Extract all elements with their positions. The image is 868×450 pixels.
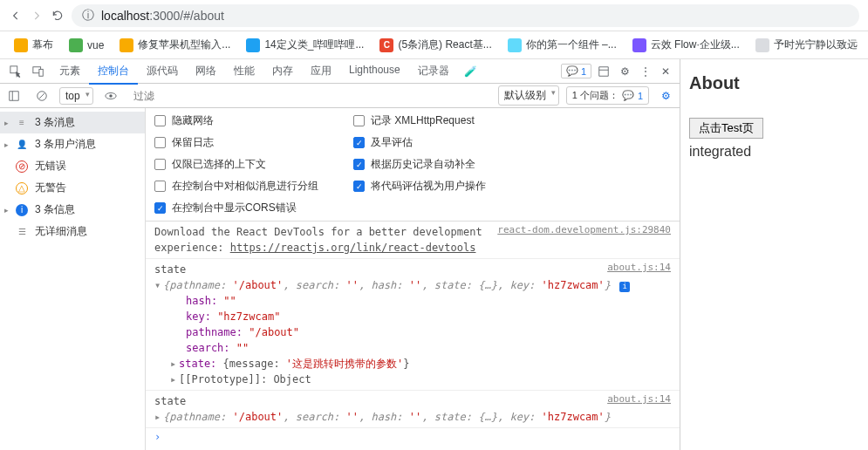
checkbox[interactable]: ✓ (353, 137, 365, 148)
setting-row[interactable]: ✓在控制台中显示CORS错误 (154, 201, 318, 215)
devtools-tab[interactable]: 记录器 (409, 59, 458, 84)
checkbox[interactable] (154, 181, 166, 192)
reload-icon[interactable] (51, 9, 65, 23)
sidebar-filter-item[interactable]: i3 条信息 (0, 199, 145, 221)
setting-row[interactable]: ✓根据历史记录自动补全 (353, 157, 486, 172)
url-bar[interactable]: ⓘ localhost:3000/#/about (72, 4, 859, 27)
bookmarks-bar: 幕布vue修复苹果机型输入...14定义类_哔哩哔哩...C(5条消息) Rea… (0, 31, 868, 59)
bookmark-icon (69, 38, 83, 52)
setting-row[interactable]: 在控制台中对相似消息进行分组 (154, 179, 318, 194)
test-button[interactable]: 点击Test页 (689, 118, 763, 139)
bookmark-item[interactable]: 幕布 (9, 35, 58, 55)
setting-label: 仅限已选择的上下文 (172, 157, 266, 172)
devtools-tabs: 元素控制台源代码网络性能内存应用Lighthouse记录器 🧪 💬 1 ⚙ ⋮ … (0, 59, 680, 84)
sidebar-filter-item[interactable]: ≡3 条消息 (0, 112, 145, 133)
more-icon[interactable]: ⋮ (636, 62, 655, 81)
sidebar-filter-item[interactable]: 👤3 条用户消息 (0, 133, 145, 155)
bookmark-label: 幕布 (32, 38, 53, 52)
checkbox[interactable] (154, 115, 166, 126)
bookmark-item[interactable]: C(5条消息) React基... (374, 35, 496, 55)
log-message[interactable]: react-dom.development.js:29840 Download … (146, 222, 680, 259)
console-controls: top 默认级别 1 个问题： 💬1 ⚙ (0, 84, 680, 108)
checkbox[interactable] (154, 159, 166, 170)
sidebar-filter-item[interactable]: △无警告 (0, 177, 145, 199)
sidebar-item-label: 无错误 (35, 159, 66, 174)
issues-badge[interactable]: 1 个问题： 💬1 (566, 86, 649, 105)
setting-label: 保留日志 (172, 135, 214, 150)
log-message[interactable]: about.js:14 state ▸{pathname: '/about', … (146, 391, 680, 428)
bookmark-icon (14, 38, 28, 52)
devtools-tab[interactable]: 元素 (51, 59, 89, 84)
devtools-tab[interactable]: 控制台 (89, 59, 138, 85)
bookmark-label: 14定义类_哔哩哔哩... (264, 38, 364, 52)
bookmark-icon (755, 38, 769, 52)
bookmark-item[interactable]: vue (64, 36, 109, 55)
bookmark-icon (120, 38, 133, 52)
info-icon[interactable]: i (619, 282, 630, 292)
checkbox[interactable]: ✓ (353, 181, 365, 192)
sidebar-item-label: 3 条信息 (35, 202, 75, 217)
checkbox[interactable] (154, 137, 166, 148)
bookmark-icon: C (379, 38, 393, 52)
log-source-link[interactable]: about.js:14 (607, 393, 671, 405)
bookmark-item[interactable]: 你的第一个组件 –... (502, 35, 622, 55)
setting-row[interactable]: ✓及早评估 (353, 135, 486, 150)
log-source-link[interactable]: react-dom.development.js:29840 (497, 224, 671, 235)
setting-row[interactable]: 仅限已选择的上下文 (154, 157, 318, 172)
sidebar-filter-item[interactable]: ☰无详细消息 (0, 221, 145, 242)
bookmark-label: 修复苹果机型输入... (138, 38, 230, 52)
devtools-tab[interactable]: 源代码 (138, 59, 187, 84)
messages-badge[interactable]: 💬 1 (561, 64, 591, 78)
level-select[interactable]: 默认级别 (498, 85, 559, 106)
clear-console-icon[interactable] (31, 86, 52, 106)
checkbox[interactable]: ✓ (154, 202, 166, 214)
setting-row[interactable]: 记录 XMLHttpRequest (353, 113, 486, 128)
preview-icon[interactable]: 🧪 (460, 62, 482, 81)
devtools-tab[interactable]: 内存 (263, 59, 302, 84)
devtools-link[interactable]: https://reactjs.org/link/react-devtools (230, 242, 476, 254)
bookmark-label: vue (87, 39, 104, 51)
log-message[interactable]: about.js:14 state ▾{pathname: '/about', … (146, 259, 680, 391)
devtools-tab[interactable]: Lighthouse (340, 59, 409, 84)
devtools-tab[interactable]: 网络 (187, 59, 225, 84)
bookmark-label: 予时光宁静以致远 (774, 38, 858, 52)
filter-input[interactable] (128, 86, 491, 106)
log-source-link[interactable]: about.js:14 (607, 262, 671, 273)
setting-row[interactable]: 保留日志 (154, 135, 318, 150)
devtools-tab[interactable]: 性能 (225, 59, 263, 84)
console-sidebar: ≡3 条消息👤3 条用户消息⊘无错误△无警告i3 条信息☰无详细消息 (0, 108, 146, 450)
bookmark-item[interactable]: 云效 Flow·企业级... (627, 35, 745, 55)
close-icon[interactable]: ✕ (657, 62, 674, 81)
url-host: localhost (101, 9, 149, 23)
svg-point-5 (109, 94, 113, 98)
inspect-icon[interactable] (5, 62, 26, 81)
back-icon[interactable] (9, 9, 23, 23)
console-prompt[interactable]: › (146, 428, 680, 446)
bookmark-item[interactable]: 予时光宁静以致远 (750, 35, 863, 55)
checkbox[interactable] (353, 115, 365, 126)
bookmark-item[interactable]: 修复苹果机型输入... (114, 35, 236, 55)
bookmark-item[interactable]: 14定义类_哔哩哔哩... (241, 35, 369, 55)
forward-icon (30, 9, 44, 23)
svg-rect-2 (39, 69, 43, 76)
user-icon: 👤 (16, 139, 28, 151)
device-icon[interactable] (28, 62, 49, 81)
context-select[interactable]: top (59, 87, 93, 105)
bookmark-label: 云效 Flow·企业级... (651, 38, 740, 52)
sidebar-filter-item[interactable]: ⊘无错误 (0, 155, 145, 177)
url-rest: :3000/#/about (149, 9, 224, 23)
sidebar-toggle-icon[interactable] (3, 86, 24, 106)
devtools-tab[interactable]: 应用 (302, 59, 340, 84)
live-expr-icon[interactable] (100, 86, 121, 106)
bookmark-label: 你的第一个组件 –... (526, 38, 617, 52)
settings-icon[interactable]: ⚙ (616, 62, 634, 81)
console-settings-icon[interactable]: ⚙ (656, 86, 676, 106)
expand-icon[interactable] (593, 62, 614, 81)
setting-label: 隐藏网络 (172, 113, 214, 128)
site-info-icon[interactable]: ⓘ (82, 8, 94, 24)
bookmark-icon (246, 38, 260, 52)
setting-row[interactable]: 隐藏网络 (154, 113, 318, 128)
info-icon: i (16, 204, 28, 216)
checkbox[interactable]: ✓ (353, 159, 365, 170)
setting-row[interactable]: ✓将代码评估视为用户操作 (353, 179, 486, 194)
